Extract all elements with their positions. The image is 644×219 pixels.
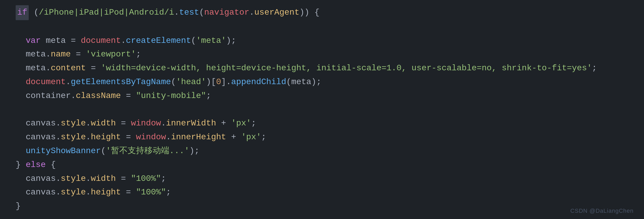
token-plain: )[ [206,75,216,89]
token-prop: height [91,130,121,144]
token-prop: innerWidth [166,117,216,130]
token-plain: = [121,89,136,103]
token-str: 'meta' [196,34,226,48]
token-prop: style [61,117,86,130]
token-plain: . [174,6,179,20]
token-regex: /iPhone|iPad|iPod|Android/i [39,6,174,20]
token-plain: ; [136,48,141,61]
token-prop: content [51,61,86,75]
token-plain: ( [199,6,204,20]
token-plain: = [86,61,101,75]
token-num: 0 [216,75,221,89]
token-plain: canvas. [26,172,61,186]
token-plain: } [16,158,26,172]
token-str: 'head' [176,75,206,89]
code-editor: if (/iPhone|iPad|iPod|Android/i.test(nav… [0,0,644,219]
token-str: '暂不支持移动端...' [106,144,189,158]
token-prop: width [91,172,116,186]
token-fn: unityShowBanner [26,144,101,158]
token-plain: meta. [26,48,51,61]
code-line: canvas.style.height = window.innerHeight… [16,130,628,144]
code-line: } else { [16,158,628,172]
token-plain: meta. [26,61,51,75]
code-line: if (/iPhone|iPad|iPod|Android/i.test(nav… [16,5,628,20]
token-plain: = [121,130,136,144]
token-plain: ( [191,34,196,48]
token-plain: ); [226,34,236,48]
token-prop: style [61,130,86,144]
token-plain: = [116,172,131,186]
token-fn: createElement [126,34,191,48]
token-plain: canvas. [26,186,61,199]
code-line: meta.name = 'viewport'; [16,48,628,61]
token-plain: = [71,48,86,61]
token-var: document [26,75,66,89]
code-line: canvas.style.width = window.innerWidth +… [16,117,628,130]
token-kw: var [26,34,41,48]
token-plain: + [226,130,241,144]
token-highlight-if: if [16,5,29,20]
token-plain: . [166,130,171,144]
indent [16,34,26,48]
indent [16,89,26,103]
code-line [16,103,628,117]
token-str: 'viewport' [86,48,136,61]
token-prop: style [61,186,86,199]
watermark-text: CSDN @DaLiangChen [570,208,634,214]
indent [16,48,26,61]
token-plain: ; [592,61,597,75]
code-line: canvas.style.width = "100%"; [16,172,628,186]
token-plain: container. [26,89,76,103]
token-plain: . [86,130,91,144]
token-str: 'px' [241,130,261,144]
token-fn: getElementsByTagName [71,75,171,89]
token-plain: { [46,158,56,172]
token-str: 'px' [231,117,251,130]
token-fn: test [179,6,199,20]
indent [16,186,26,199]
token-plain: canvas. [26,130,61,144]
token-plain: meta = [41,34,81,48]
token-plain: } [16,199,21,213]
indent [16,130,26,144]
code-line: document.getElementsByTagName('head')[0]… [16,75,628,89]
token-var: window [131,117,161,130]
token-prop: userAgent [254,6,300,20]
token-plain: (meta); [286,75,321,89]
token-plain: . [121,34,126,48]
code-line: canvas.style.height = "100%"; [16,186,628,199]
token-plain: ; [206,89,211,103]
token-plain: . [86,172,91,186]
token-plain: + [216,117,231,130]
token-prop: style [61,172,86,186]
token-fn: appendChild [231,75,286,89]
token-plain: . [86,186,91,199]
token-str: 'width=device-width, height=device-heigh… [101,61,592,75]
token-plain: ; [166,186,171,199]
token-prop: width [91,117,116,130]
token-prop: height [91,186,121,199]
indent [16,75,26,89]
token-plain: . [161,117,166,130]
token-plain: . [86,117,91,130]
token-var: window [136,130,166,144]
token-plain: ( [101,144,106,158]
code-line [16,20,628,34]
token-str: "100%" [131,172,161,186]
code-line: unityShowBanner('暂不支持移动端...'); [16,144,628,158]
token-plain: ); [189,144,199,158]
token-plain: ]. [221,75,231,89]
token-str: "unity-mobile" [136,89,206,103]
indent [16,61,26,75]
token-plain: . [66,75,71,89]
token-plain: canvas. [26,117,61,130]
token-plain: ; [261,130,266,144]
token-else-kw: else [26,158,46,172]
token-str: "100%" [136,186,166,199]
token-prop: className [76,89,121,103]
token-plain: ; [161,172,166,186]
indent [16,117,26,130]
token-plain: = [121,186,136,199]
code-line: var meta = document.createElement('meta'… [16,34,628,48]
token-plain: = [116,117,131,130]
